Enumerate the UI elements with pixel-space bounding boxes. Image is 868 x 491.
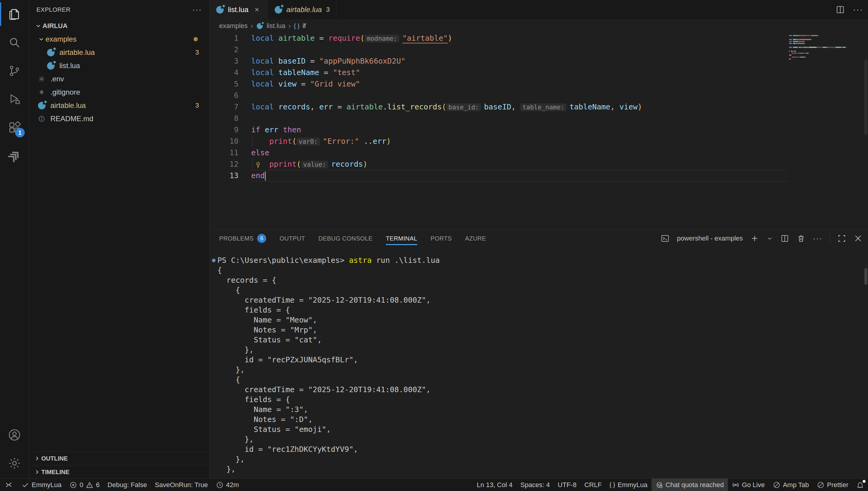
- tree-item-gitignore[interactable]: .gitignore: [29, 86, 209, 99]
- chevron-down-icon[interactable]: [766, 234, 773, 243]
- activity-amp[interactable]: [0, 142, 29, 170]
- tree-item-airtable-lua[interactable]: airtable.lua3: [29, 99, 209, 112]
- minimap[interactable]: [789, 35, 830, 60]
- activity-run-debug[interactable]: [0, 85, 29, 113]
- line-number: 8: [209, 113, 238, 124]
- close-panel-icon[interactable]: [853, 234, 863, 243]
- status-amp-tab[interactable]: Amp Tab: [769, 479, 813, 491]
- terminal-output-line: fields = {: [218, 395, 868, 404]
- status-problems[interactable]: 0 6: [65, 479, 104, 491]
- plus-icon[interactable]: [750, 234, 759, 243]
- amp-icon: [7, 149, 21, 163]
- panel-tab-debug-console[interactable]: DEBUG CONSOLE: [318, 230, 373, 247]
- line-number: 4: [209, 67, 238, 78]
- sidebar-explorer: EXPLORER ··· AIRLUA examplesairtable.lua…: [29, 0, 209, 479]
- info-icon: [37, 114, 46, 123]
- terminal-output-line: },: [218, 365, 868, 375]
- terminal-output-line: createdTime = "2025-12-20T19:41:08.000Z"…: [218, 295, 868, 305]
- split-editor-icon[interactable]: [835, 5, 845, 15]
- code-line-4[interactable]: 4local tableName = "test": [209, 67, 868, 78]
- trash-icon[interactable]: [797, 234, 806, 243]
- line-number: 13: [209, 170, 238, 181]
- terminal-shell-label[interactable]: powershell - examples: [677, 234, 743, 242]
- code-line-9[interactable]: 9if err then: [209, 124, 868, 136]
- code-line-12[interactable]: 12 pprint(value:records): [209, 158, 868, 170]
- status-debug-flag[interactable]: Debug: False: [104, 479, 151, 491]
- account-button[interactable]: [0, 421, 29, 449]
- terminal-output-line: Status = "cat",: [218, 335, 868, 345]
- tree-root-airlua[interactable]: AIRLUA: [29, 19, 209, 33]
- editor-scrollbar[interactable]: [864, 60, 867, 135]
- activity-extensions[interactable]: 1: [0, 113, 29, 142]
- activity-search[interactable]: [0, 28, 29, 57]
- remote-indicator[interactable]: [0, 479, 18, 491]
- status-copilot-chat[interactable]: Chat quota reached: [652, 479, 728, 491]
- chevron-right-icon: [33, 454, 41, 463]
- code-line-3[interactable]: 3local baseID = "appPuNphBk66oxD2U": [209, 55, 868, 67]
- close-icon[interactable]: [253, 5, 261, 14]
- tree-item-list-lua[interactable]: list.lua: [29, 59, 209, 73]
- terminal-output-line: Name = ":3",: [218, 404, 868, 414]
- panel-tab-ports[interactable]: PORTS: [431, 230, 452, 247]
- tab-airtable-lua[interactable]: airtable.lua 3: [268, 0, 337, 19]
- line-number: 7: [209, 101, 238, 113]
- ellipsis-icon[interactable]: ···: [813, 234, 822, 243]
- tree-item-airtable-lua[interactable]: airtable.lua3: [29, 46, 209, 59]
- panel-tab-terminal[interactable]: TERMINAL: [386, 230, 417, 247]
- breadcrumb-file[interactable]: list.lua: [266, 22, 285, 30]
- status-emmylua-server[interactable]: EmmyLua: [18, 479, 65, 491]
- status-save-on-run[interactable]: SaveOnRun: True: [151, 479, 212, 491]
- tree-item-readme-md[interactable]: README.md: [29, 112, 209, 125]
- command-decoration-dot[interactable]: [212, 259, 215, 262]
- split-terminal-icon[interactable]: [780, 234, 789, 243]
- status-go-live[interactable]: Go Live: [728, 479, 769, 491]
- panel-tab-azure[interactable]: AZURE: [465, 230, 486, 247]
- code-line-8[interactable]: 8: [209, 113, 868, 124]
- notification-dot: [863, 480, 866, 483]
- activity-source-control[interactable]: [0, 57, 29, 85]
- git-icon: [37, 88, 46, 97]
- tab-list-lua[interactable]: list.lua: [209, 0, 268, 19]
- gear-icon: [37, 75, 46, 84]
- ellipsis-icon[interactable]: ···: [853, 5, 863, 15]
- code-line-1[interactable]: 1local airtable = require(modname:"airta…: [209, 33, 868, 44]
- code-line-2[interactable]: 2: [209, 44, 868, 55]
- breadcrumb-symbol[interactable]: if: [302, 22, 306, 30]
- status-prettier[interactable]: Prettier: [813, 479, 852, 491]
- code-line-13[interactable]: 13end: [209, 170, 868, 181]
- disabled-circle-icon: [817, 481, 824, 489]
- code-line-5[interactable]: 5local view = "Grid view": [209, 78, 868, 90]
- terminal-scrollbar[interactable]: [864, 268, 867, 285]
- breadcrumb-folder[interactable]: examples: [219, 22, 248, 30]
- line-number: 2: [209, 44, 238, 55]
- status-cursor-position[interactable]: Ln 13, Col 4: [473, 479, 517, 491]
- activity-explorer[interactable]: [0, 0, 29, 28]
- status-indentation[interactable]: Spaces: 4: [517, 479, 554, 491]
- history-icon: [216, 481, 224, 489]
- panel-tab-output[interactable]: OUTPUT: [280, 230, 305, 247]
- run-debug-icon: [7, 92, 21, 106]
- tree-item-examples[interactable]: examples: [29, 33, 209, 46]
- notifications-bell[interactable]: [852, 479, 868, 491]
- terminal-output-line: id = "recPZxJUNA5qsfBLr",: [218, 355, 868, 365]
- terminal-output-line: Notes = ":D",: [218, 414, 868, 424]
- terminal-output[interactable]: PS C:\Users\public\examples> astra run .…: [209, 247, 868, 479]
- code-line-7[interactable]: 7local records, err = airtable.list_reco…: [209, 101, 868, 113]
- line-number: 11: [209, 147, 238, 158]
- maximize-panel-icon[interactable]: [837, 234, 846, 243]
- settings-button[interactable]: [0, 449, 29, 478]
- line-number: 5: [209, 78, 238, 90]
- status-eol[interactable]: CRLF: [580, 479, 605, 491]
- terminal-output-line: },: [218, 454, 868, 464]
- status-session-time[interactable]: 42m: [212, 479, 243, 491]
- ellipsis-icon[interactable]: ···: [192, 5, 202, 15]
- tree-item-env[interactable]: .env: [29, 73, 209, 86]
- status-language-mode[interactable]: { } EmmyLua: [606, 479, 652, 491]
- section-outline[interactable]: OUTLINE: [29, 452, 209, 465]
- code-line-11[interactable]: 11else: [209, 147, 868, 158]
- code-line-6[interactable]: 6: [209, 90, 868, 101]
- section-timeline[interactable]: TIMELINE: [29, 465, 209, 479]
- panel-tab-problems[interactable]: PROBLEMS 6: [219, 230, 266, 247]
- code-line-10[interactable]: 10 print(var0:"Error:" ..err): [209, 136, 868, 147]
- status-encoding[interactable]: UTF-8: [554, 479, 580, 491]
